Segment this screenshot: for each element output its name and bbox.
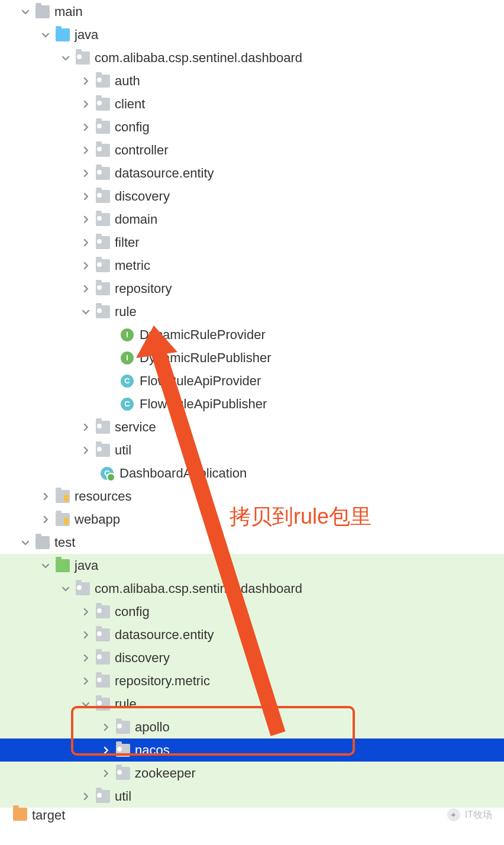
tree-item-dashboard[interactable]: com.alibaba.csp.sentinel.dashboard	[0, 46, 504, 69]
tree-item-test-dashboard[interactable]: com.alibaba.csp.sentinel.dashboard	[0, 577, 504, 600]
tree-label: rule	[115, 696, 137, 712]
chevron-right-icon	[80, 791, 91, 802]
tree-label: util	[115, 789, 131, 804]
project-tree[interactable]: main java com.alibaba.csp.sentinel.dashb…	[0, 0, 504, 825]
package-icon	[96, 259, 110, 272]
tree-label: rule	[115, 304, 137, 320]
package-icon	[96, 628, 110, 641]
chevron-right-icon	[40, 514, 51, 525]
tree-item-test[interactable]: test	[0, 531, 504, 554]
tree-item-zookeeper[interactable]: zookeeper	[0, 762, 504, 785]
package-icon	[96, 144, 110, 157]
chevron-down-icon	[20, 7, 31, 17]
chevron-down-icon	[80, 699, 91, 709]
tree-item-test-datasource-entity[interactable]: datasource.entity	[0, 623, 504, 646]
tree-item-discovery[interactable]: discovery	[0, 185, 504, 208]
tree-item-datasource-entity[interactable]: datasource.entity	[0, 162, 504, 185]
tree-item-test-repository-metric[interactable]: repository.metric	[0, 669, 504, 692]
tree-item-metric[interactable]: metric	[0, 254, 504, 277]
package-icon	[96, 790, 110, 803]
tree-item-dynamicruleprovider[interactable]: I DynamicRuleProvider	[0, 323, 504, 346]
interface-icon: I	[121, 351, 134, 365]
tree-label: com.alibaba.csp.sentinel.dashboard	[95, 50, 302, 66]
chevron-right-icon	[80, 676, 91, 686]
tree-label: DashboardApplication	[119, 466, 247, 481]
tree-item-auth[interactable]: auth	[0, 69, 504, 92]
tree-label: repository	[115, 281, 172, 296]
tree-item-dynamicrulepublisher[interactable]: I DynamicRulePublisher	[0, 346, 504, 369]
resources-folder-icon	[56, 490, 70, 503]
tree-label: repository.metric	[115, 673, 210, 689]
tree-label: resources	[75, 489, 132, 504]
tree-label: auth	[115, 73, 140, 89]
tree-item-util[interactable]: util	[0, 438, 504, 462]
tree-label: DynamicRulePublisher	[140, 350, 272, 366]
tree-item-nacos-selected[interactable]: nacos	[0, 738, 504, 762]
runnable-class-icon: C	[101, 467, 114, 480]
tree-item-target[interactable]: target	[0, 808, 504, 825]
chevron-right-icon	[101, 722, 111, 733]
tree-label: discovery	[115, 650, 170, 666]
package-icon	[96, 698, 110, 711]
tree-item-test-rule[interactable]: rule	[0, 692, 504, 715]
package-icon	[96, 305, 110, 318]
tree-item-java[interactable]: java	[0, 23, 504, 46]
tree-item-apollo[interactable]: apollo	[0, 715, 504, 738]
tree-item-test-config[interactable]: config	[0, 600, 504, 623]
package-icon	[96, 236, 110, 249]
package-icon	[96, 167, 110, 180]
chevron-down-icon	[60, 53, 71, 63]
tree-label: client	[115, 96, 145, 112]
tree-label: com.alibaba.csp.sentinel.dashboard	[95, 581, 302, 596]
tree-item-config[interactable]: config	[0, 115, 504, 138]
source-folder-icon	[56, 28, 70, 41]
chevron-right-icon	[101, 768, 111, 779]
chevron-right-icon	[80, 76, 91, 86]
tree-label: service	[115, 420, 156, 435]
tree-item-flowruleapipublisher[interactable]: C FlowRuleApiPublisher	[0, 392, 504, 415]
resources-folder-icon	[56, 513, 70, 526]
tree-item-test-util[interactable]: util	[0, 785, 504, 808]
tree-item-domain[interactable]: domain	[0, 208, 504, 231]
tree-label: test	[54, 535, 75, 550]
tree-item-service[interactable]: service	[0, 415, 504, 438]
package-icon	[116, 767, 130, 780]
tree-label: filter	[115, 235, 140, 250]
package-icon	[96, 605, 110, 618]
chevron-down-icon	[20, 537, 31, 548]
tree-item-controller[interactable]: controller	[0, 138, 504, 162]
tree-label: apollo	[135, 720, 170, 735]
chevron-right-icon	[80, 283, 91, 294]
tree-label: discovery	[115, 189, 170, 204]
tree-label: config	[115, 604, 150, 620]
chevron-right-icon	[80, 237, 91, 248]
tree-item-rule[interactable]: rule	[0, 300, 504, 323]
chevron-right-icon	[80, 607, 91, 617]
tree-item-test-discovery[interactable]: discovery	[0, 646, 504, 669]
tree-item-main[interactable]: main	[0, 0, 504, 23]
chevron-right-icon	[80, 191, 91, 202]
tree-item-filter[interactable]: filter	[0, 231, 504, 254]
tree-label: zookeeper	[135, 766, 196, 781]
tree-label: main	[54, 4, 83, 20]
tree-label: FlowRuleApiProvider	[140, 373, 261, 389]
package-icon	[96, 75, 110, 88]
chevron-right-icon	[80, 99, 91, 109]
tree-item-dashboardapplication[interactable]: C DashboardApplication	[0, 462, 504, 485]
tree-item-test-java[interactable]: java	[0, 554, 504, 577]
class-icon: C	[121, 398, 134, 411]
tree-label: datasource.entity	[115, 627, 214, 643]
tree-label: java	[75, 558, 98, 573]
tree-item-flowruleapiprovider[interactable]: C FlowRuleApiProvider	[0, 369, 504, 392]
chevron-right-icon	[40, 491, 51, 502]
chevron-down-icon	[80, 307, 91, 317]
tree-item-client[interactable]: client	[0, 92, 504, 115]
package-icon	[96, 213, 110, 226]
package-icon	[76, 51, 90, 64]
tree-item-repository[interactable]: repository	[0, 277, 504, 300]
package-icon	[96, 98, 110, 111]
chevron-right-icon	[80, 168, 91, 179]
package-icon	[116, 721, 130, 734]
tree-label: DynamicRuleProvider	[140, 327, 266, 343]
package-icon	[116, 744, 130, 757]
